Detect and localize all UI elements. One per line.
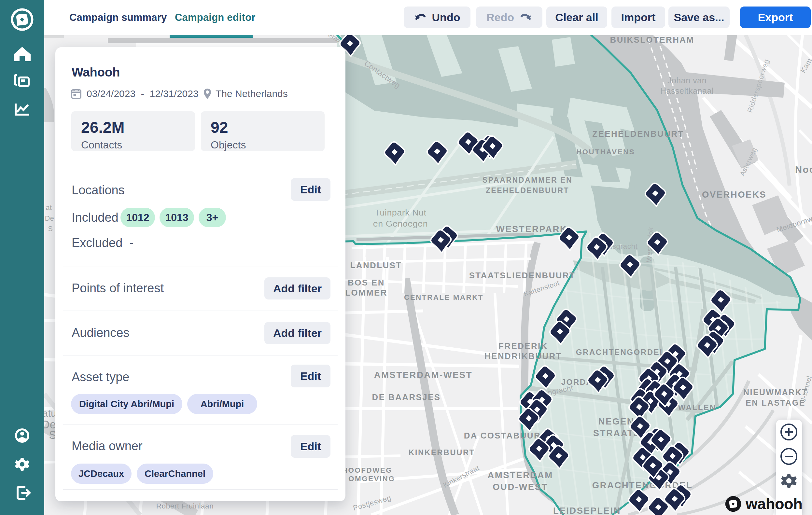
svg-text:Tuinpark Nut: Tuinpark Nut [375, 208, 427, 218]
svg-text:Hasseltkanaal: Hasseltkanaal [660, 86, 714, 95]
svg-text:S: S [48, 225, 53, 233]
svg-text:EN LASTAGE: EN LASTAGE [746, 398, 806, 407]
svg-text:WESTERPARK: WESTERPARK [496, 224, 568, 234]
svg-text:KINKERBUURT: KINKERBUURT [409, 448, 475, 457]
svg-text:ZEEHELDENBUURT: ZEEHELDENBUURT [486, 186, 570, 195]
svg-text:HOOFDWEG: HOOFDWEG [342, 466, 392, 474]
svg-text:DA COSTABUURT: DA COSTABUURT [464, 431, 547, 440]
svg-text:ZEEHELDENBUURT: ZEEHELDENBUURT [592, 129, 684, 138]
svg-text:OUD-WEST: OUD-WEST [493, 482, 548, 492]
svg-text:LOMMER: LOMMER [345, 288, 387, 297]
svg-text:BUIKSLOTERHAM: BUIKSLOTERHAM [610, 35, 694, 44]
svg-text:Robert Fruinlaan: Robert Fruinlaan [156, 502, 213, 510]
svg-text:AMSTERDAM: AMSTERDAM [487, 470, 553, 480]
svg-text:en Genoegen: en Genoegen [373, 219, 428, 229]
svg-text:HENDRIKBUURT: HENDRIKBUURT [485, 351, 562, 361]
svg-text:CENTRALE MARKT: CENTRALE MARKT [404, 293, 484, 302]
svg-text:Johan van: Johan van [667, 76, 706, 85]
svg-text:SPAARNDAMMER EN: SPAARNDAMMER EN [483, 176, 573, 184]
svg-text:De: De [45, 214, 54, 222]
svg-text:LEIDSEPLEIN: LEIDSEPLEIN [553, 506, 621, 515]
svg-text:Noo: Noo [795, 164, 812, 175]
svg-text:NIEUWMARKT: NIEUWMARKT [743, 388, 808, 397]
svg-text:at: at [46, 204, 52, 211]
svg-text:N OMGEVING: N OMGEVING [340, 475, 395, 483]
svg-text:FREDERIK: FREDERIK [498, 342, 548, 351]
svg-text:HOUTHAVENS: HOUTHAVENS [576, 148, 635, 156]
svg-text:atu: atu [44, 408, 56, 419]
svg-text:BOS EN: BOS EN [348, 278, 385, 287]
svg-text:WALLEN: WALLEN [678, 403, 716, 412]
svg-text:LANDLUST: LANDLUST [350, 261, 402, 270]
svg-text:STAATSLIEDENBUURT: STAATSLIEDENBUURT [469, 271, 576, 280]
svg-text:NEGEN: NEGEN [599, 417, 634, 426]
svg-text:DE BAARSJES: DE BAARSJES [372, 393, 441, 402]
svg-text:OVERHOEKS: OVERHOEKS [702, 190, 766, 200]
svg-text:AMSTERDAM-WEST: AMSTERDAM-WEST [374, 370, 472, 380]
